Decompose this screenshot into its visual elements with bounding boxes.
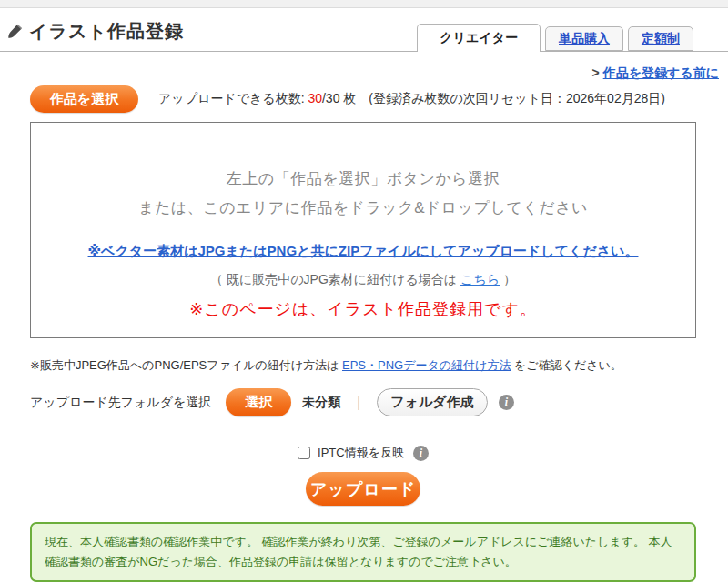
before-register-row: > 作品を登録する前に: [0, 52, 728, 82]
tab-subscription[interactable]: 定額制: [628, 26, 693, 51]
tab-creator-label: クリエイター: [440, 30, 518, 46]
dropzone-instruction-line2: または、このエリアに作品をドラック&ドロップしてください: [31, 194, 695, 223]
reset-date-note: (登録済み枚数の次回リセット日：2026年02月28日): [369, 91, 665, 105]
iptc-label: IPTC情報を反映: [318, 445, 404, 461]
folder-create-button[interactable]: フォルダ作成: [377, 388, 488, 416]
tab-creator[interactable]: クリエイター: [417, 24, 541, 52]
folder-select-label: アップロード先フォルダを選択: [30, 395, 211, 411]
folder-divider: ｜: [351, 393, 366, 412]
select-work-row: 作品を選択 アップロードできる枚数: 30/30 枚(登録済み枚数の次回リセット…: [30, 85, 696, 113]
tab-single-purchase-label: 単品購入: [559, 31, 610, 47]
iptc-info-icon[interactable]: i: [413, 446, 429, 461]
upload-count-prefix: アップロードできる枚数:: [158, 91, 308, 105]
iptc-row: IPTC情報を反映 i: [30, 445, 696, 461]
tab-subscription-label: 定額制: [642, 31, 680, 47]
top-strip: [0, 0, 728, 8]
eps-png-note: ※販売中JPEG作品へのPNG/EPSファイルの紐付け方法は EPS・PNGデー…: [30, 357, 696, 374]
iptc-checkbox[interactable]: [298, 447, 310, 459]
tab-bar: クリエイター 単品購入 定額制: [417, 24, 693, 51]
folder-select-row: アップロード先フォルダを選択 選択 未分類 ｜ フォルダ作成 i: [30, 388, 696, 416]
folder-info-icon[interactable]: i: [499, 395, 514, 410]
brush-icon: [7, 24, 23, 39]
jpg-note-link[interactable]: こちら: [460, 272, 500, 286]
folder-select-button[interactable]: 選択: [226, 388, 291, 416]
page-purpose-warning: ※このページは、イラスト作品登録用です。: [31, 298, 695, 320]
page-title: イラスト作品登録: [29, 19, 184, 44]
verification-notice-text: 現在、本人確認書類の確認作業中です。 確認作業が終わり次第、ご登録のメールアドレ…: [45, 535, 672, 568]
jpg-link-note: （ 既に販売中のJPG素材に紐付ける場合は こちら ）: [31, 272, 695, 288]
tab-single-purchase[interactable]: 単品購入: [545, 26, 623, 51]
eps-png-method-link[interactable]: EPS・PNGデータの紐付け方法: [342, 358, 511, 372]
main-content: 作品を選択 アップロードできる枚数: 30/30 枚(登録済み枚数の次回リセット…: [0, 85, 728, 582]
dropzone[interactable]: 左上の「作品を選択」ボタンから選択 または、このエリアに作品をドラック&ドロップ…: [30, 122, 696, 338]
upload-button-row: アップロード: [30, 472, 696, 506]
current-folder-name: 未分類: [302, 395, 340, 411]
title-wrap: イラスト作品登録: [7, 19, 417, 51]
jpg-note-suffix: ）: [500, 272, 516, 286]
upload-count-suffix: /30 枚: [322, 91, 356, 105]
eps-note-suffix: をご確認ください。: [511, 358, 622, 372]
before-register-prefix: >: [592, 65, 603, 80]
before-register-link[interactable]: 作品を登録する前に: [603, 65, 719, 80]
jpg-note-prefix: （ 既に販売中のJPG素材に紐付ける場合は: [210, 272, 460, 286]
page-header: イラスト作品登録 クリエイター 単品購入 定額制: [0, 8, 728, 52]
select-work-button[interactable]: 作品を選択: [30, 85, 138, 113]
verification-notice: 現在、本人確認書類の確認作業中です。 確認作業が終わり次第、ご登録のメールアドレ…: [30, 522, 696, 582]
eps-note-prefix: ※販売中JPEG作品へのPNG/EPSファイルの紐付け方法は: [30, 358, 342, 372]
upload-button[interactable]: アップロード: [306, 472, 420, 506]
upload-count-text: アップロードできる枚数: 30/30 枚(登録済み枚数の次回リセット日：2026…: [158, 91, 665, 107]
vector-upload-link[interactable]: ※ベクター素材はJPGまたはPNGと共にZIPファイルにしてアップロードしてくだ…: [88, 243, 639, 260]
upload-count-current: 30: [308, 91, 322, 105]
dropzone-instruction-line1: 左上の「作品を選択」ボタンから選択: [31, 165, 695, 194]
